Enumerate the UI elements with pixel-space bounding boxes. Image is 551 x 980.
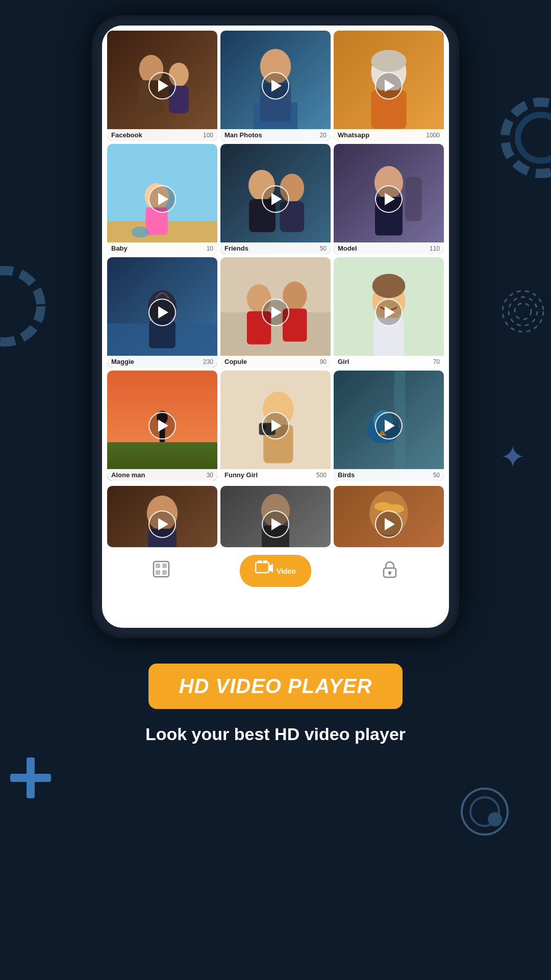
svg-point-23 <box>371 50 406 72</box>
play-button[interactable] <box>375 412 403 439</box>
play-button[interactable] <box>262 299 289 326</box>
item-name: Model <box>338 244 357 252</box>
item-info: Alone man 30 <box>107 469 217 481</box>
item-name: Copule <box>224 358 247 365</box>
item-name: Facebook <box>111 131 142 139</box>
item-info: Copule 90 <box>220 356 331 368</box>
grid-item-facebook[interactable]: Facebook 100 <box>107 31 217 141</box>
partial-item-13[interactable] <box>107 486 217 547</box>
item-info: Girl 70 <box>334 356 444 368</box>
phone-screen: Facebook 100 Man Photos 20 Whatsapp 1000 <box>102 26 449 628</box>
item-info: Birds 50 <box>334 469 444 481</box>
grid-item-friends[interactable]: Friends 50 <box>220 144 331 254</box>
svg-rect-82 <box>263 560 267 562</box>
item-info: Whatsapp 1000 <box>334 129 444 141</box>
play-button[interactable] <box>148 510 176 538</box>
video-label: Video <box>277 567 296 575</box>
deco-cross-left <box>10 757 51 806</box>
grid-item-maggie[interactable]: Maggie 230 <box>107 257 217 368</box>
svg-point-4 <box>509 297 537 326</box>
play-button[interactable] <box>375 299 403 326</box>
item-info: Funny Girl 500 <box>220 469 331 481</box>
svg-point-1 <box>518 115 551 161</box>
item-count: 50 <box>433 472 440 479</box>
deco-circle-left <box>0 255 46 357</box>
svg-rect-85 <box>389 573 390 575</box>
play-button[interactable] <box>262 412 289 439</box>
svg-point-2 <box>0 271 41 342</box>
play-button[interactable] <box>262 510 289 538</box>
svg-rect-76 <box>156 564 160 568</box>
svg-rect-37 <box>405 177 421 221</box>
svg-point-5 <box>515 303 531 320</box>
grid-item-funny-girl[interactable]: Funny Girl 500 <box>220 371 331 481</box>
item-count: 100 <box>203 132 213 139</box>
play-button[interactable] <box>148 412 176 439</box>
grid-item-model[interactable]: Model 110 <box>334 144 444 254</box>
svg-rect-80 <box>256 562 269 573</box>
nav-lock[interactable] <box>370 557 409 585</box>
item-count: 1000 <box>426 132 440 139</box>
partial-row <box>102 486 449 547</box>
nav-video[interactable]: Video <box>240 555 311 587</box>
item-info: Man Photos 20 <box>220 129 331 141</box>
banner-subtitle: Look your best HD video player <box>10 724 541 744</box>
deco-circle-right <box>500 92 551 184</box>
partial-item-14[interactable] <box>220 486 331 547</box>
item-info: Friends 50 <box>220 242 331 254</box>
deco-circle-bottom-right <box>459 786 510 837</box>
item-info: Baby 10 <box>107 242 217 254</box>
play-button[interactable] <box>375 72 403 100</box>
grid-item-whatsapp[interactable]: Whatsapp 1000 <box>334 31 444 141</box>
bottom-nav: Video <box>102 547 449 597</box>
banner-title: HD VIDEO PLAYER <box>148 664 403 709</box>
play-button[interactable] <box>262 185 289 213</box>
svg-point-51 <box>372 274 406 298</box>
play-button[interactable] <box>148 299 176 326</box>
grid-item-man-photos[interactable]: Man Photos 20 <box>220 31 331 141</box>
play-button[interactable] <box>375 185 403 213</box>
item-count: 10 <box>207 245 213 252</box>
svg-rect-79 <box>162 570 167 575</box>
grid-item-baby[interactable]: Baby 10 <box>107 144 217 254</box>
nav-gallery[interactable] <box>142 557 181 585</box>
item-name: Birds <box>338 471 355 479</box>
grid-item-alone-man[interactable]: Alone man 30 <box>107 371 217 481</box>
svg-rect-75 <box>154 561 169 577</box>
grid-item-birds[interactable]: Birds 50 <box>334 371 444 481</box>
play-button[interactable] <box>375 510 403 538</box>
item-name: Funny Girl <box>224 471 258 479</box>
item-count: 70 <box>433 358 440 365</box>
svg-rect-78 <box>156 570 160 575</box>
svg-point-10 <box>488 812 502 826</box>
item-count: 20 <box>320 132 327 139</box>
deco-cross-right: ✦ <box>500 439 525 475</box>
svg-rect-81 <box>258 560 262 562</box>
play-button[interactable] <box>262 72 289 100</box>
partial-item-15[interactable] <box>334 486 444 547</box>
item-name: Maggie <box>111 358 134 365</box>
item-count: 110 <box>430 245 440 252</box>
item-name: Man Photos <box>224 131 262 139</box>
svg-point-28 <box>132 227 149 238</box>
phone-frame: Facebook 100 Man Photos 20 Whatsapp 1000 <box>92 15 459 638</box>
svg-point-9 <box>470 797 499 826</box>
item-count: 50 <box>320 245 327 252</box>
svg-point-3 <box>503 291 543 332</box>
item-info: Maggie 230 <box>107 356 217 368</box>
item-name: Girl <box>338 358 349 365</box>
svg-point-0 <box>505 102 551 174</box>
item-name: Baby <box>111 244 128 252</box>
item-count: 500 <box>316 472 327 479</box>
grid-item-copule[interactable]: Copule 90 <box>220 257 331 368</box>
video-icon <box>255 560 273 582</box>
play-button[interactable] <box>148 72 176 100</box>
grid-item-girl[interactable]: Girl 70 <box>334 257 444 368</box>
play-button[interactable] <box>148 185 176 213</box>
banner-section: HD VIDEO PLAYER Look your best HD video … <box>0 638 551 765</box>
item-count: 230 <box>203 358 213 365</box>
gallery-icon <box>152 560 170 582</box>
video-grid: Facebook 100 Man Photos 20 Whatsapp 1000 <box>102 26 449 486</box>
item-name: Alone man <box>111 471 145 479</box>
item-count: 30 <box>207 472 213 479</box>
